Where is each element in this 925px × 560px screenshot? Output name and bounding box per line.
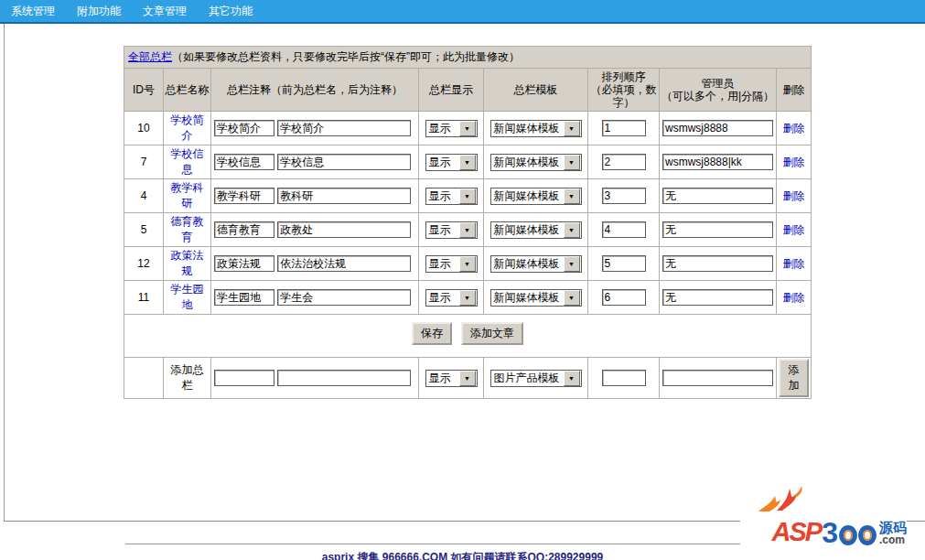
display-select[interactable]: 显示 ▼ <box>425 255 478 273</box>
delete-link[interactable]: 删除 <box>783 257 805 270</box>
order-input[interactable] <box>602 120 646 136</box>
order-input[interactable] <box>602 255 646 272</box>
add-row-empty-cell <box>124 358 164 399</box>
display-select-value: 显示 <box>426 188 458 204</box>
column-header-admin: 管理员（可以多个，用|分隔） <box>660 69 777 112</box>
add-order-input[interactable] <box>602 370 646 386</box>
chevron-down-icon: ▼ <box>459 290 476 306</box>
note1-input[interactable] <box>214 289 274 306</box>
template-select[interactable]: 新闻媒体模板 ▼ <box>490 120 582 137</box>
nav-item-addons[interactable]: 附加功能 <box>77 4 121 19</box>
column-header-template: 总栏模板 <box>484 69 588 112</box>
chevron-down-icon: ▼ <box>459 121 476 136</box>
add-note1-input[interactable] <box>214 370 274 386</box>
column-header-id: ID号 <box>124 69 164 112</box>
logo-com-text: .com <box>879 534 905 545</box>
nav-item-system[interactable]: 系统管理 <box>11 4 55 19</box>
table-row: 4 教学科研 显示 ▼ 新闻媒体模板 ▼ 删除 <box>124 179 812 213</box>
flame-icon <box>753 485 808 512</box>
note2-input[interactable] <box>277 120 411 136</box>
template-select-value: 新闻媒体模板 <box>491 290 563 306</box>
nav-item-other[interactable]: 其它功能 <box>209 4 253 19</box>
display-select[interactable]: 显示 ▼ <box>425 289 478 307</box>
admin-input[interactable] <box>662 289 773 306</box>
column-name-link[interactable]: 学生园地 <box>171 283 204 311</box>
template-select-value: 新闻媒体模板 <box>491 121 563 136</box>
chevron-down-icon: ▼ <box>459 188 476 204</box>
add-admin-input[interactable] <box>662 370 773 386</box>
table-title-hint: （如果要修改总栏资料，只要修改完毕后按“保存”即可；此为批量修改） <box>172 50 520 63</box>
chevron-down-icon: ▼ <box>459 155 476 170</box>
note1-input[interactable] <box>214 255 274 272</box>
admin-input[interactable] <box>662 120 773 136</box>
note1-input[interactable] <box>214 221 274 238</box>
template-select-value: 新闻媒体模板 <box>491 155 563 170</box>
admin-input[interactable] <box>662 255 773 272</box>
add-note2-input[interactable] <box>277 370 411 386</box>
chevron-down-icon: ▼ <box>459 222 476 238</box>
delete-link[interactable]: 删除 <box>783 122 805 135</box>
note2-input[interactable] <box>277 255 411 272</box>
delete-link[interactable]: 删除 <box>783 189 805 202</box>
delete-link[interactable]: 删除 <box>783 156 805 168</box>
note1-input[interactable] <box>214 154 274 170</box>
note2-input[interactable] <box>277 289 411 306</box>
table-row: 11 学生园地 显示 ▼ 新闻媒体模板 ▼ 删除 <box>124 281 812 315</box>
row-id: 10 <box>124 112 164 145</box>
column-header-note: 总栏注释（前为总栏名，后为注释） <box>211 69 419 112</box>
chevron-down-icon: ▼ <box>459 371 476 386</box>
logo-300-text: 3 <box>822 521 838 545</box>
order-input[interactable] <box>602 221 646 238</box>
note2-input[interactable] <box>277 188 411 204</box>
asp300-logo[interactable]: ASP3 源码 .com <box>740 490 907 545</box>
admin-input[interactable] <box>662 221 773 238</box>
add-display-select-value: 显示 <box>426 371 458 386</box>
nav-item-articles[interactable]: 文章管理 <box>143 4 187 19</box>
note1-input[interactable] <box>214 188 274 204</box>
chevron-down-icon: ▼ <box>564 256 580 272</box>
admin-input[interactable] <box>662 188 773 204</box>
add-button[interactable]: 添加 <box>779 359 809 397</box>
save-button[interactable]: 保存 <box>412 322 452 345</box>
chevron-down-icon: ▼ <box>564 222 580 238</box>
note1-input[interactable] <box>214 120 274 136</box>
note2-input[interactable] <box>277 154 411 170</box>
display-select[interactable]: 显示 ▼ <box>425 120 478 137</box>
column-header-display: 总栏显示 <box>419 69 484 112</box>
column-name-link[interactable]: 教学科研 <box>171 181 204 210</box>
delete-link[interactable]: 删除 <box>783 291 805 304</box>
display-select-value: 显示 <box>426 155 458 170</box>
add-column-row: 添加总栏 显示 ▼ 图片产品模板 ▼ 添加 <box>124 358 812 399</box>
note2-input[interactable] <box>277 221 411 238</box>
all-columns-link[interactable]: 全部总栏 <box>128 50 172 63</box>
order-input[interactable] <box>602 188 646 204</box>
order-input[interactable] <box>602 154 646 170</box>
logo-asp-text: ASP <box>772 519 822 545</box>
template-select[interactable]: 新闻媒体模板 ▼ <box>490 289 582 307</box>
display-select[interactable]: 显示 ▼ <box>425 154 478 171</box>
add-article-button[interactable]: 添加文章 <box>461 322 523 345</box>
admin-input[interactable] <box>662 154 773 170</box>
chevron-down-icon: ▼ <box>564 121 580 136</box>
delete-link[interactable]: 删除 <box>783 223 805 236</box>
column-name-link[interactable]: 学校简介 <box>171 113 204 142</box>
template-select[interactable]: 新闻媒体模板 ▼ <box>490 154 582 171</box>
column-header-delete: 删除 <box>777 69 812 112</box>
column-name-link[interactable]: 德育教育 <box>171 215 204 243</box>
add-template-select-value: 图片产品模板 <box>491 371 563 386</box>
template-select[interactable]: 新闻媒体模板 ▼ <box>490 255 582 273</box>
template-select[interactable]: 新闻媒体模板 ▼ <box>490 188 582 205</box>
column-name-link[interactable]: 学校信息 <box>171 147 204 176</box>
template-select-value: 新闻媒体模板 <box>491 188 563 204</box>
order-input[interactable] <box>602 289 646 306</box>
logo-zero-icon <box>839 525 857 545</box>
column-header-name: 总栏名称 <box>164 69 211 112</box>
row-id: 12 <box>124 247 164 281</box>
display-select-value: 显示 <box>426 222 458 238</box>
display-select[interactable]: 显示 ▼ <box>425 221 478 239</box>
column-name-link[interactable]: 政策法规 <box>171 249 204 277</box>
add-display-select[interactable]: 显示 ▼ <box>425 370 478 387</box>
add-template-select[interactable]: 图片产品模板 ▼ <box>490 370 582 387</box>
display-select[interactable]: 显示 ▼ <box>425 188 478 205</box>
template-select[interactable]: 新闻媒体模板 ▼ <box>490 221 582 239</box>
